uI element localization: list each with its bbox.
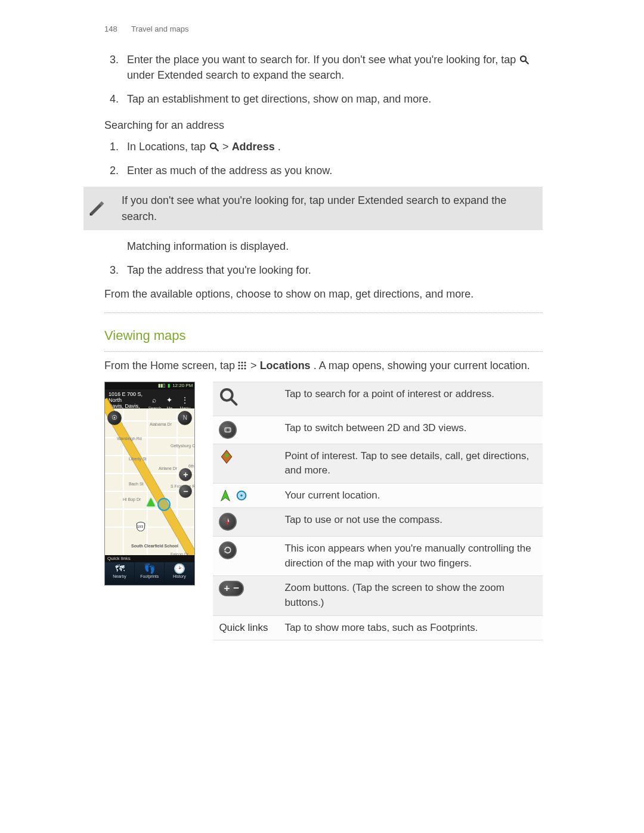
- pencil-icon: [83, 200, 110, 218]
- svg-line-3: [215, 148, 218, 151]
- phone-tabs: 🗺Nearby 👣Footprints 🕑History: [105, 562, 194, 585]
- tip-note: If you don't see what you're looking for…: [83, 187, 543, 230]
- legend-icon-cell: [213, 382, 278, 416]
- page-header: 148 Travel and maps: [104, 24, 543, 35]
- legend-icon-cell: [213, 444, 278, 483]
- divider: [104, 351, 543, 352]
- compass-icon: ✦: [163, 395, 175, 405]
- svg-point-10: [238, 364, 240, 366]
- svg-point-11: [241, 364, 243, 366]
- map-legend-table: Tap to search for a point of interest or…: [213, 382, 543, 640]
- legend-desc: Tap to search for a point of interest or…: [278, 382, 543, 416]
- map-overview: ▮▮▯ ▮ 12:20 PM 1016 E 700 S, North Davis…: [104, 382, 543, 640]
- table-row: Point of interest. Tap to see details, c…: [213, 444, 543, 483]
- svg-point-15: [244, 367, 246, 369]
- table-row: +− Zoom buttons. (Tap the screen to show…: [213, 576, 543, 615]
- legend-icon-cell: +−: [213, 576, 278, 615]
- step-text: In Locations, tap > Address .: [127, 139, 543, 154]
- poi-pin-icon: [219, 449, 234, 465]
- steps-address-cont: Matching information is displayed. 3. Ta…: [104, 239, 543, 278]
- svg-marker-4: [90, 203, 103, 215]
- svg-marker-22: [221, 490, 230, 501]
- street-label: Warsleigh Rd: [117, 436, 142, 442]
- subheading: Searching for an address: [104, 117, 543, 133]
- legend-desc: Tap to use or not use the compass.: [278, 508, 543, 537]
- location-ring-icon: [235, 489, 248, 502]
- signal-icon: ▮▮▯: [158, 382, 165, 389]
- closing-para: From the available options, choose to sh…: [104, 286, 543, 302]
- legend-desc: This icon appears when you're manually c…: [278, 537, 543, 576]
- step-text: Enter as much of the address as you know…: [127, 163, 543, 178]
- search-icon: ⌕: [148, 395, 160, 405]
- search-icon: [519, 54, 530, 65]
- phone-map-canvas[interactable]: Alabama Dr Warsleigh Rd Gettysburg Cir L…: [105, 408, 194, 555]
- step-number: 3.: [104, 52, 119, 83]
- step-number: 4.: [104, 91, 119, 107]
- legend-icon-cell: [213, 537, 278, 576]
- section-heading: Viewing maps: [104, 326, 543, 345]
- compass-icon: [219, 513, 237, 531]
- location-ring-icon: [157, 498, 171, 511]
- search-icon: [209, 141, 219, 152]
- street-label: Gettysburg Cir: [171, 443, 195, 449]
- steps-continued: 3. Enter the place you want to search fo…: [104, 52, 543, 107]
- view-2d3d-button[interactable]: ⦿: [107, 411, 122, 425]
- legend-desc: Zoom buttons. (Tap the screen to show th…: [278, 576, 543, 615]
- tab-nearby[interactable]: 🗺Nearby: [105, 562, 135, 585]
- table-row: Tap to search for a point of interest or…: [213, 382, 543, 416]
- tab-footprints[interactable]: 👣Footprints: [135, 562, 165, 585]
- legend-desc: Tap to show more tabs, such as Footprint…: [278, 615, 543, 640]
- poi-label: South Clearfield School: [131, 543, 178, 549]
- menu-icon: ⋮: [179, 395, 191, 405]
- street-label: Alabama Dr: [150, 422, 172, 428]
- manual-page: 148 Travel and maps 3. Enter the place y…: [0, 0, 644, 833]
- svg-point-14: [241, 367, 243, 369]
- zoom-buttons-icon: +−: [219, 581, 244, 596]
- street-label: 6th St: [188, 463, 195, 469]
- legend-icon-cell: [213, 483, 278, 508]
- svg-point-16: [221, 389, 233, 401]
- svg-point-24: [240, 494, 243, 497]
- page-number: 148: [104, 24, 117, 33]
- svg-line-17: [232, 400, 237, 404]
- svg-point-21: [225, 453, 229, 457]
- tab-history[interactable]: 🕑History: [165, 562, 194, 585]
- svg-point-8: [241, 361, 243, 363]
- divider: [104, 312, 543, 313]
- step-number: 1.: [104, 139, 119, 154]
- legend-desc: Tap to switch between 2D and 3D views.: [278, 416, 543, 444]
- street-label: Hi Bop Dr: [123, 497, 141, 503]
- phone-quick-links-bar[interactable]: Quick links: [105, 555, 194, 562]
- battery-icon: ▮: [168, 382, 170, 389]
- street-label: Liberty St: [129, 456, 147, 462]
- steps-address: 1. In Locations, tap > Address . 2. Ente…: [104, 139, 543, 178]
- search-icon: [219, 387, 238, 406]
- phone-clock: 12:20 PM: [172, 382, 193, 389]
- table-row: Quick links Tap to show more tabs, such …: [213, 615, 543, 640]
- legend-desc: Your current location.: [278, 483, 543, 508]
- svg-line-1: [526, 61, 529, 64]
- svg-point-13: [238, 367, 240, 369]
- quick-links-label: Quick links: [219, 622, 268, 633]
- street-label: Bach St: [129, 481, 144, 487]
- svg-point-7: [238, 361, 240, 363]
- step-number: 3.: [104, 262, 119, 278]
- history-icon: 🕑: [165, 564, 194, 574]
- table-row: This icon appears when you're manually c…: [213, 537, 543, 576]
- zoom-out-button[interactable]: −: [179, 485, 192, 498]
- zoom-in-button[interactable]: +: [179, 468, 192, 481]
- table-row: Tap to use or not use the compass.: [213, 508, 543, 537]
- nearby-icon: 🗺: [105, 564, 134, 574]
- step-text: Enter the place you want to search for. …: [127, 52, 543, 83]
- svg-point-12: [244, 364, 246, 366]
- legend-icon-cell: [213, 508, 278, 537]
- location-arrow-icon: [147, 498, 155, 506]
- section-name: Travel and maps: [131, 24, 188, 33]
- route-shield-label: 193: [137, 524, 143, 529]
- svg-marker-26: [228, 518, 229, 522]
- footprints-icon: 👣: [135, 564, 164, 574]
- app-grid-icon: [238, 361, 247, 371]
- poi-pin-icon[interactable]: ◆: [194, 528, 195, 540]
- legend-icon-cell: Quick links: [213, 615, 278, 640]
- compass-button[interactable]: N: [178, 411, 192, 425]
